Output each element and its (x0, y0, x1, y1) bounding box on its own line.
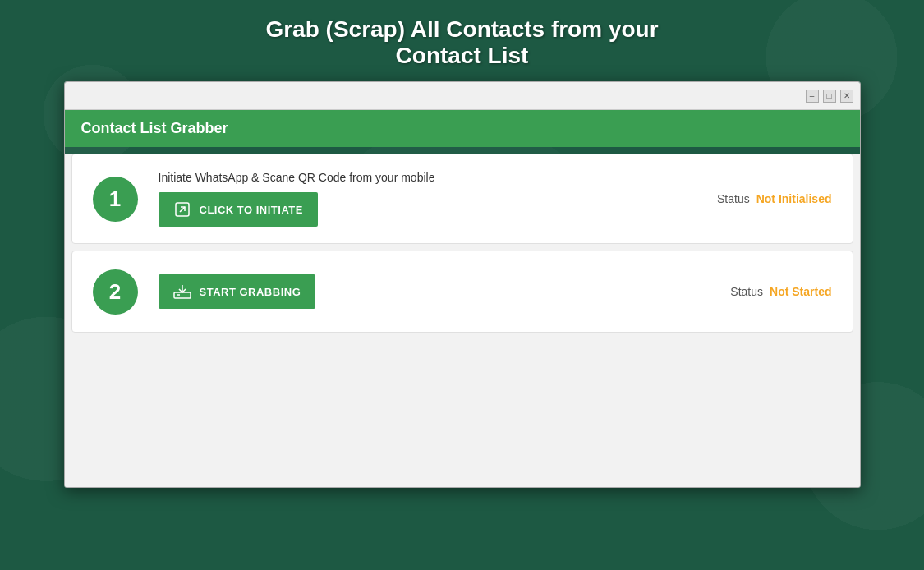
grabbing-icon (173, 283, 191, 301)
step-1-content: Initiate WhatsApp & Scane QR Code from y… (159, 171, 701, 227)
titlebar: – □ ✕ (65, 82, 860, 110)
app-window: – □ ✕ Contact List Grabber 1 Initiate Wh… (64, 81, 861, 488)
start-grabbing-button[interactable]: START GRABBING (159, 274, 316, 309)
step-1-status: Status Not Initialised (701, 192, 832, 205)
restore-button[interactable]: □ (823, 90, 836, 103)
minimize-button[interactable]: – (806, 90, 819, 103)
step-2-content: START GRABBING (159, 274, 715, 309)
step-2-number: 2 (93, 269, 138, 315)
close-button[interactable]: ✕ (840, 90, 853, 103)
step-1-status-value: Not Initialised (756, 192, 832, 205)
step-1-card: 1 Initiate WhatsApp & Scane QR Code from… (71, 154, 853, 244)
initiate-icon (173, 200, 191, 218)
bottom-area (65, 339, 860, 487)
step-1-number: 1 (93, 177, 138, 222)
page-title: Grab (Scrap) All Contacts from your Cont… (0, 0, 924, 81)
step-2-status: Status Not Started (714, 285, 831, 298)
step-2-card: 2 START GRABBING (71, 251, 853, 333)
app-header: Contact List Grabber (65, 110, 860, 147)
click-to-initiate-button[interactable]: CLICK TO INITIATE (159, 192, 318, 227)
step-1-description: Initiate WhatsApp & Scane QR Code from y… (159, 171, 701, 184)
app-body: 1 Initiate WhatsApp & Scane QR Code from… (65, 154, 860, 487)
step-2-status-value: Not Started (770, 285, 831, 298)
